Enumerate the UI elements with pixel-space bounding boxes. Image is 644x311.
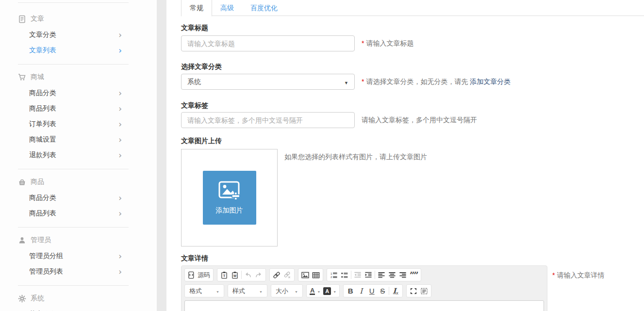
align-right-icon	[399, 271, 407, 279]
sidebar-item-goods-category[interactable]: 商品分类	[0, 85, 157, 101]
maximize-button[interactable]	[408, 285, 419, 297]
sidebar-item-mall-settings[interactable]: 商城设置	[0, 132, 157, 147]
unlink-button[interactable]	[282, 269, 293, 281]
chevron-right-icon	[118, 105, 122, 113]
add-image-button-label: 添加图片	[216, 206, 243, 215]
sidebar-item-goods-list[interactable]: 商品列表	[0, 101, 157, 116]
toolbar-separator	[351, 271, 351, 279]
tab-general[interactable]: 常规	[181, 0, 212, 16]
required-asterisk: *	[362, 78, 364, 85]
add-image-button[interactable]: 添加图片	[203, 171, 256, 225]
sidebar-group-mall[interactable]: 商城	[18, 69, 157, 85]
sidebar-item-admin-list[interactable]: 管理员列表	[0, 264, 157, 279]
editor-toolbar-row-2: 格式 样式 大小	[184, 284, 544, 297]
editor-content-area[interactable]	[184, 300, 544, 311]
article-tags-hint: 请输入文章标签，多个用中文逗号隔开	[362, 116, 477, 125]
redo-button[interactable]	[253, 269, 264, 281]
sidebar-item-product-category[interactable]: 商品分类	[0, 190, 157, 206]
maximize-icon	[410, 287, 417, 295]
background-color-button[interactable]	[322, 285, 338, 297]
source-button[interactable]: 源码	[186, 269, 212, 281]
chevron-right-icon	[118, 194, 122, 202]
chevron-right-icon	[118, 89, 122, 98]
toolbar-group-format: 格式	[184, 284, 224, 297]
paste-from-word-icon: W	[231, 271, 239, 279]
bulleted-list-button[interactable]	[339, 269, 350, 281]
shopping-cart-icon	[18, 73, 26, 82]
sidebar-group-products[interactable]: 商品	[18, 174, 157, 190]
remove-format-button[interactable]	[390, 285, 401, 297]
tab-advanced[interactable]: 高级	[212, 0, 242, 16]
gear-icon	[18, 295, 26, 303]
insert-image-button[interactable]	[300, 269, 311, 281]
increase-indent-button[interactable]	[363, 269, 374, 281]
text-color-button[interactable]	[308, 285, 322, 297]
svg-text:T: T	[223, 274, 226, 278]
bold-button[interactable]: B	[345, 285, 356, 297]
sidebar-section-products: 商品 商品分类 商品列表	[0, 169, 157, 221]
show-blocks-icon	[420, 287, 428, 295]
bulleted-list-icon	[341, 271, 348, 279]
article-detail-row: 源码 T W	[181, 265, 644, 311]
sidebar-group-articles[interactable]: 文章	[18, 11, 157, 27]
paste-from-word-button[interactable]: W	[230, 269, 240, 281]
sidebar-item-product-list[interactable]: 商品列表	[0, 206, 157, 221]
select-value: 系统	[187, 78, 201, 86]
add-article-category-link[interactable]: 添加文章分类	[470, 78, 511, 85]
required-asterisk: *	[552, 271, 555, 279]
sidebar-item-label: 商品分类	[29, 89, 56, 98]
toolbar-group-tools	[406, 284, 431, 297]
image-upload-dropzone[interactable]: 添加图片	[181, 149, 278, 246]
strikethrough-button[interactable]: S	[377, 285, 388, 297]
article-title-input[interactable]	[181, 35, 355, 51]
toolbar-group-paragraph: 12	[327, 268, 421, 281]
article-category-select[interactable]: 系统	[181, 74, 355, 90]
align-left-button[interactable]	[376, 269, 387, 281]
sidebar-item-basic-info[interactable]: 基本信息	[0, 307, 157, 311]
source-icon	[188, 271, 196, 279]
sidebar-group-admins[interactable]: 管理员	[18, 232, 157, 248]
article-tags-input[interactable]	[181, 112, 355, 128]
image-icon	[301, 271, 309, 279]
sidebar-item-article-category[interactable]: 文章分类	[0, 27, 157, 43]
caret-down-icon	[333, 287, 336, 295]
sidebar-item-label: 商品列表	[29, 104, 56, 113]
size-dropdown[interactable]: 大小	[273, 285, 301, 297]
sidebar-item-label: 商城设置	[29, 135, 56, 144]
article-category-label: 选择文章分类	[181, 62, 644, 71]
sidebar-item-order-list[interactable]: 订单列表	[0, 116, 157, 132]
decrease-indent-button[interactable]	[352, 269, 363, 281]
hint-text: 请输入文章标签，多个用中文逗号隔开	[362, 116, 477, 124]
style-dropdown[interactable]: 样式	[230, 285, 265, 297]
sidebar-group-system[interactable]: 系统	[18, 290, 157, 307]
undo-button[interactable]	[243, 269, 253, 281]
article-title-label: 文章标题	[181, 23, 644, 33]
chevron-right-icon	[118, 47, 122, 55]
numbered-list-button[interactable]: 12	[329, 269, 339, 281]
toolbar-group-clipboard: T W	[217, 268, 266, 281]
show-blocks-button[interactable]	[419, 285, 429, 297]
svg-text:2: 2	[330, 275, 332, 278]
sidebar-item-article-list[interactable]: 文章列表	[0, 43, 157, 58]
sidebar-section-system: 系统 基本信息	[0, 285, 157, 311]
link-icon	[273, 271, 281, 279]
link-button[interactable]	[271, 269, 282, 281]
underline-button[interactable]: U	[366, 285, 377, 297]
format-dropdown[interactable]: 格式	[186, 285, 222, 297]
chevron-right-icon	[118, 31, 122, 39]
sidebar-item-refund-list[interactable]: 退款列表	[0, 147, 157, 163]
paste-as-text-button[interactable]: T	[219, 269, 230, 281]
toolbar-group-colors	[306, 284, 340, 297]
strikethrough-icon: S	[380, 287, 385, 295]
italic-button[interactable]: I	[356, 285, 366, 297]
align-left-icon	[378, 271, 385, 279]
sidebar-item-admin-groups[interactable]: 管理员分组	[0, 248, 157, 264]
add-image-icon	[218, 181, 241, 203]
blockquote-button[interactable]	[408, 269, 419, 281]
align-right-button[interactable]	[397, 269, 408, 281]
article-image-label: 文章图片上传	[181, 136, 644, 146]
italic-icon: I	[360, 287, 363, 295]
tab-baidu-seo[interactable]: 百度优化	[242, 0, 286, 16]
align-center-button[interactable]	[387, 269, 397, 281]
insert-table-button[interactable]	[311, 269, 321, 281]
